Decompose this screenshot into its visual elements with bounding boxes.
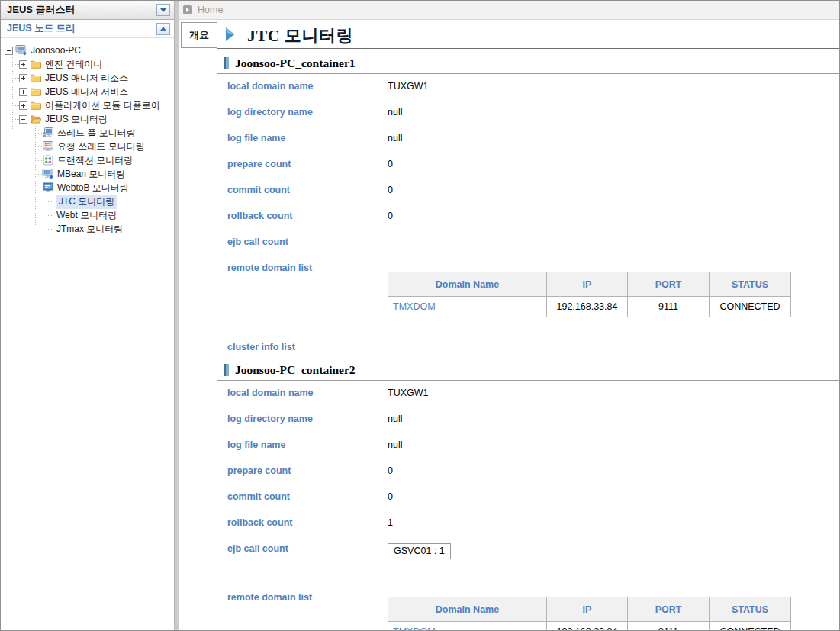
request-thread-monitor-icon xyxy=(42,140,54,153)
tree-children: 엔진 컨테이너 JEUS 매니저 리소스 JEUS 매니저 xyxy=(5,57,174,236)
cluster-header[interactable]: JEUS 클러스터 xyxy=(1,1,174,20)
field-value: TUXGW1 xyxy=(388,81,428,92)
tree-item-label: WebtoB 모니터링 xyxy=(57,182,129,195)
column-header-ip: IP xyxy=(547,597,628,622)
tree-item-webt-monitoring[interactable]: Webt 모니터링 xyxy=(47,208,174,222)
tree-item-label: JTmax 모니터링 xyxy=(56,223,123,236)
tree-item-label: Joonsoo-PC xyxy=(31,45,81,56)
tree-connector xyxy=(12,64,19,65)
domain-name-link[interactable]: TMXDOM xyxy=(388,622,547,631)
tree-item-label: 엔진 컨테이너 xyxy=(45,58,102,71)
open-folder-icon xyxy=(30,113,42,125)
field-label: ejb call count xyxy=(227,237,388,247)
jeus-admin-window: JEUS 클러스터 JEUS 노드 트리 Joonsoo-PC xyxy=(0,0,840,631)
tree-item-app-module-deploy[interactable]: 어플리케이션 모듈 디플로이 xyxy=(12,98,174,112)
tab-overview[interactable]: 개요 xyxy=(181,22,217,48)
field-row: log directory name null xyxy=(227,407,839,433)
column-header-ip: IP xyxy=(547,272,628,297)
tree-connector xyxy=(35,160,42,161)
tree-item-mbean-monitoring[interactable]: MBean 모니터링 xyxy=(35,167,174,181)
column-header-port: PORT xyxy=(628,272,710,297)
field-row: prepare count 0 xyxy=(227,152,839,178)
plus-expander-icon[interactable] xyxy=(19,74,27,82)
field-value: 0 xyxy=(388,491,393,502)
tree-item-label: 요청 쓰레드 모니터링 xyxy=(57,140,145,153)
field-value: null xyxy=(388,414,402,424)
folder-icon xyxy=(30,72,42,84)
tree-connector xyxy=(12,105,19,106)
field-value: TUXGW1 xyxy=(388,388,428,398)
minus-expander-icon[interactable] xyxy=(19,115,27,124)
folder-icon xyxy=(30,99,42,111)
field-label: local domain name xyxy=(227,388,388,398)
field-value: 1 xyxy=(388,517,393,528)
tree-item-jtmax-monitoring[interactable]: JTmax 모니터링 xyxy=(47,222,174,236)
tree-item-webtob-monitoring[interactable]: WebtoB 모니터링 xyxy=(35,181,174,195)
folder-icon xyxy=(30,85,42,98)
field-row-remote-domain-list: remote domain list Domain Name IP PORT S… xyxy=(227,585,839,630)
field-value: null xyxy=(388,439,402,450)
tree-item-request-thread-monitoring[interactable]: 요청 쓰레드 모니터링 xyxy=(35,140,174,153)
plus-expander-icon[interactable] xyxy=(19,101,27,110)
tree-item-engine-container[interactable]: 엔진 컨테이너 xyxy=(12,57,174,71)
minus-expander-icon[interactable] xyxy=(5,47,13,55)
table-header-row: Domain Name IP PORT STATUS xyxy=(388,272,791,297)
field-label: prepare count xyxy=(227,159,388,169)
content-area: 개요 JTC 모니터링 Joonsoo-PC_container1 local … xyxy=(179,20,839,630)
field-label: remote domain list xyxy=(227,592,388,603)
cluster-header-title: JEUS 클러스터 xyxy=(7,3,76,17)
tree-connector xyxy=(35,188,42,188)
section-title: Joonsoo-PC_container2 xyxy=(235,363,356,377)
tree-item-label: 트랜잭션 모니터링 xyxy=(57,154,133,167)
status-cell: CONNECTED xyxy=(710,622,791,631)
plus-expander-icon[interactable] xyxy=(19,60,27,69)
tree-connector xyxy=(12,119,19,120)
field-value: 0 xyxy=(388,185,393,195)
field-label: commit count xyxy=(227,491,388,502)
tree-item-label: 어플리케이션 모듈 디플로이 xyxy=(45,99,160,112)
node-tree-header-title: JEUS 노드 트리 xyxy=(7,22,76,35)
section-header-container2: Joonsoo-PC_container2 xyxy=(217,363,839,381)
port-cell: 9111 xyxy=(628,297,710,317)
tree-item-manager-services[interactable]: JEUS 매니저 서비스 xyxy=(12,85,174,98)
port-cell: 9111 xyxy=(628,622,710,631)
breadcrumb-home[interactable]: Home xyxy=(198,5,223,15)
table-row: TMXDOM 192.168.33.84 9111 CONNECTED xyxy=(388,297,791,317)
tree-item-root[interactable]: Joonsoo-PC xyxy=(5,43,174,57)
field-row: commit count 0 xyxy=(227,485,839,510)
field-row: local domain name TUXGW1 xyxy=(227,381,839,407)
ip-cell: 192.168.33.84 xyxy=(547,622,628,631)
tree-connector xyxy=(12,92,19,92)
field-label: prepare count xyxy=(227,465,388,476)
sidebar: JEUS 클러스터 JEUS 노드 트리 Joonsoo-PC xyxy=(1,1,175,630)
monitoring-children: 쓰레드 풀 모니터링 요청 쓰레드 모니터링 트 xyxy=(5,126,174,236)
tree-item-label: JEUS 매니저 리소스 xyxy=(45,72,128,85)
field-label: log directory name xyxy=(227,414,388,424)
tree-connector xyxy=(47,201,53,202)
field-label: local domain name xyxy=(227,81,388,92)
section-title: Joonsoo-PC_container1 xyxy=(235,56,356,70)
column-header-port: PORT xyxy=(628,597,710,622)
node-tree-header[interactable]: JEUS 노드 트리 xyxy=(1,20,174,38)
field-row: log file name null xyxy=(227,433,839,459)
plus-expander-icon[interactable] xyxy=(19,88,27,96)
cluster-dropdown-button[interactable] xyxy=(156,4,170,16)
field-row: prepare count 0 xyxy=(227,459,839,485)
field-row-ejb-call-count: ejb call count GSVC01 : 1 xyxy=(227,536,839,562)
domain-name-link[interactable]: TMXDOM xyxy=(388,297,547,317)
tree-item-manager-resources[interactable]: JEUS 매니저 리소스 xyxy=(12,71,174,85)
tree-item-jtc-monitoring[interactable]: JTC 모니터링 xyxy=(47,195,174,208)
tree-item-label-selected: JTC 모니터링 xyxy=(56,195,117,209)
node-tree-collapse-button[interactable] xyxy=(156,23,170,35)
tree-connector xyxy=(47,229,53,230)
tree-item-thread-pool-monitoring[interactable]: 쓰레드 풀 모니터링 xyxy=(35,126,174,140)
thread-pool-monitor-icon xyxy=(42,127,54,139)
tree-connector xyxy=(12,78,19,79)
tree-connector xyxy=(47,215,53,216)
field-row: log directory name null xyxy=(227,100,839,126)
tree-item-jeus-monitoring[interactable]: JEUS 모니터링 xyxy=(12,112,174,126)
tree-item-transaction-monitoring[interactable]: 트랜잭션 모니터링 xyxy=(35,153,174,167)
section-marker xyxy=(224,57,229,69)
field-row: local domain name TUXGW1 xyxy=(227,74,839,100)
remote-domain-table: Domain Name IP PORT STATUS TMXDOM 192.16… xyxy=(388,597,791,630)
